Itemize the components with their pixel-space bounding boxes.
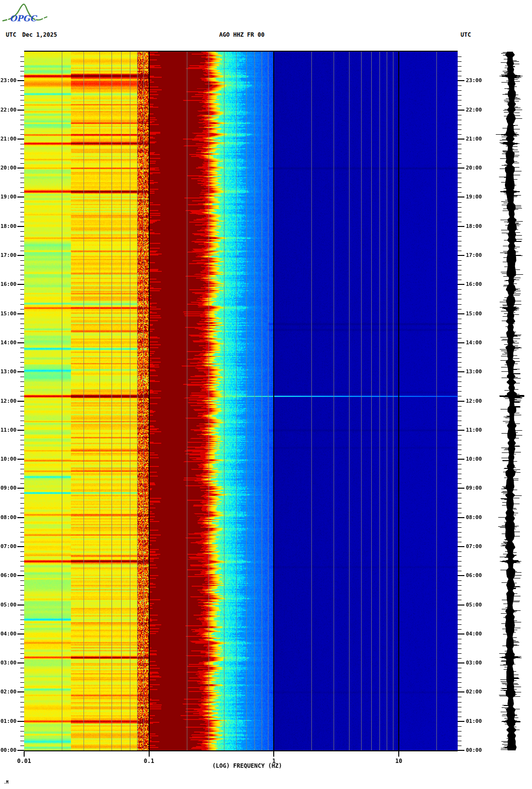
x-axis-tick xyxy=(398,751,399,757)
y-minor-tick-left xyxy=(20,377,24,377)
y-minor-tick-left xyxy=(20,717,24,717)
y-minor-tick-right xyxy=(458,144,462,144)
y-minor-tick-left xyxy=(20,668,24,668)
y-minor-tick-left xyxy=(20,707,24,707)
y-minor-tick-left xyxy=(20,125,24,125)
y-major-tick-left xyxy=(17,691,24,692)
y-major-tick-left xyxy=(17,575,24,576)
y-minor-tick-left xyxy=(20,726,24,727)
y-minor-tick-right xyxy=(458,580,462,581)
y-minor-tick-right xyxy=(458,406,462,407)
time-label-left: 08:00 xyxy=(0,514,16,521)
y-minor-tick-right xyxy=(458,639,462,639)
y-minor-tick-right xyxy=(458,527,462,528)
y-minor-tick-left xyxy=(20,469,24,469)
y-major-tick-left xyxy=(17,750,24,751)
y-minor-tick-left xyxy=(20,697,24,697)
time-label-right: 21:00 xyxy=(466,136,482,142)
y-major-tick-right xyxy=(458,139,464,140)
y-minor-tick-left xyxy=(20,299,24,299)
y-minor-tick-right xyxy=(458,134,462,135)
y-minor-tick-right xyxy=(458,746,462,746)
y-minor-tick-left xyxy=(20,386,24,387)
y-minor-tick-left xyxy=(20,620,24,620)
y-minor-tick-left xyxy=(20,163,24,164)
y-minor-tick-right xyxy=(458,183,462,183)
y-minor-tick-right xyxy=(458,435,462,436)
y-minor-tick-right xyxy=(458,231,462,232)
y-minor-tick-left xyxy=(20,731,24,732)
spectrogram-plot-frame xyxy=(24,51,458,751)
seismogram-trace-canvas xyxy=(491,52,532,750)
y-minor-tick-right xyxy=(458,217,462,217)
y-major-tick-right xyxy=(458,634,464,634)
y-minor-tick-right xyxy=(458,362,462,363)
time-label-right: 11:00 xyxy=(466,427,482,434)
y-minor-tick-right xyxy=(458,270,462,270)
y-minor-tick-right xyxy=(458,712,462,712)
y-minor-tick-right xyxy=(458,493,462,493)
y-minor-tick-right xyxy=(458,377,462,377)
y-minor-tick-right xyxy=(458,668,462,668)
y-major-tick-right xyxy=(458,401,464,402)
y-minor-tick-right xyxy=(458,707,462,707)
y-minor-tick-left xyxy=(20,629,24,630)
y-minor-tick-right xyxy=(458,125,462,125)
y-minor-tick-left xyxy=(20,425,24,426)
y-minor-tick-left xyxy=(20,615,24,615)
y-major-tick-right xyxy=(458,488,464,489)
x-axis-tick xyxy=(24,751,25,757)
y-major-tick-right xyxy=(458,110,464,111)
spectrogram-page: OPGC UTC Dec 1,2025 AGO HHZ FR 00 UTC 00… xyxy=(0,0,532,789)
time-label-right: 07:00 xyxy=(466,543,482,550)
y-minor-tick-left xyxy=(20,100,24,100)
x-tick-label: 0.01 xyxy=(17,758,31,764)
y-minor-tick-left xyxy=(20,712,24,712)
y-minor-tick-left xyxy=(20,556,24,557)
y-minor-tick-right xyxy=(458,71,462,71)
y-minor-tick-right xyxy=(458,522,462,523)
y-minor-tick-right xyxy=(458,222,462,222)
y-minor-tick-left xyxy=(20,483,24,484)
y-major-tick-right xyxy=(458,313,464,314)
time-label-left: 09:00 xyxy=(0,485,16,492)
y-minor-tick-left xyxy=(20,624,24,625)
opgc-logo: OPGC xyxy=(2,1,52,26)
y-minor-tick-right xyxy=(458,319,462,319)
y-minor-tick-left xyxy=(20,498,24,498)
y-major-tick-right xyxy=(458,371,464,372)
y-minor-tick-right xyxy=(458,644,462,644)
y-major-tick-right xyxy=(458,168,464,169)
y-minor-tick-left xyxy=(20,76,24,76)
y-major-tick-left xyxy=(17,517,24,518)
y-minor-tick-right xyxy=(458,731,462,732)
y-minor-tick-right xyxy=(458,677,462,678)
y-minor-tick-right xyxy=(458,450,462,450)
y-minor-tick-left xyxy=(20,421,24,421)
y-minor-tick-left xyxy=(20,653,24,654)
y-minor-tick-left xyxy=(20,192,24,193)
y-minor-tick-left xyxy=(20,348,24,348)
y-minor-tick-right xyxy=(458,673,462,673)
y-major-tick-right xyxy=(458,517,464,518)
time-label-left: 05:00 xyxy=(0,602,16,608)
time-label-right: 08:00 xyxy=(466,514,482,521)
y-major-tick-right xyxy=(458,255,464,256)
y-minor-tick-right xyxy=(458,246,462,246)
y-minor-tick-right xyxy=(458,202,462,203)
y-minor-tick-left xyxy=(20,367,24,367)
y-minor-tick-left xyxy=(20,105,24,106)
y-minor-tick-left xyxy=(20,129,24,130)
time-label-left: 16:00 xyxy=(0,281,16,288)
logo-text: OPGC xyxy=(10,14,38,23)
y-minor-tick-right xyxy=(458,149,462,149)
y-minor-tick-right xyxy=(458,265,462,266)
y-minor-tick-left xyxy=(20,270,24,270)
time-label-right: 03:00 xyxy=(466,660,482,666)
y-minor-tick-right xyxy=(458,289,462,290)
y-minor-tick-left xyxy=(20,289,24,290)
y-minor-tick-right xyxy=(458,595,462,595)
y-minor-tick-left xyxy=(20,513,24,513)
time-label-left: 14:00 xyxy=(0,339,16,346)
y-minor-tick-right xyxy=(458,629,462,630)
